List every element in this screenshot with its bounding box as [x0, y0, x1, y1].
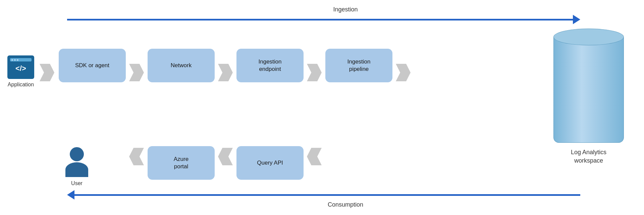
- arrow-app-to-sdk: [40, 64, 54, 81]
- consumption-label: Consumption: [228, 201, 463, 208]
- workspace-label: Log Analyticsworkspace: [571, 148, 606, 165]
- ingestion-pipeline-box: Ingestionpipeline: [325, 49, 392, 82]
- arrow-endpoint-to-pipeline: [307, 64, 322, 81]
- chevron-workspace-queryapi: [307, 148, 322, 165]
- app-icon-dot: [11, 59, 13, 61]
- chevron-pipeline-workspace: [396, 64, 411, 81]
- ingestion-arrow: [67, 16, 580, 23]
- user-container: User: [65, 147, 88, 186]
- query-api-box: Query API: [236, 146, 304, 180]
- sdk-agent-box: SDK or agent: [59, 49, 126, 82]
- application-label: Application: [8, 82, 34, 88]
- code-icon: </>: [15, 64, 26, 73]
- user-head: [70, 147, 84, 161]
- consumption-arrow-head: [67, 190, 74, 200]
- workspace-container: Log Analyticsworkspace: [553, 29, 624, 165]
- arrow-portal-to-user: [129, 148, 144, 165]
- arrow-queryapi-to-portal: [218, 148, 233, 165]
- arrow-pipeline-to-workspace: [396, 64, 411, 81]
- chevron-portal-user: [129, 148, 144, 165]
- azure-portal-box: Azureportal: [148, 146, 215, 180]
- chevron-sdk-network: [129, 64, 144, 81]
- arrow-workspace-to-queryapi: [307, 148, 322, 165]
- user-label: User: [71, 180, 83, 186]
- chevron-app-sdk: [40, 64, 54, 81]
- ingestion-arrow-line: [67, 19, 573, 20]
- ingestion-endpoint-box: Ingestionendpoint: [236, 49, 304, 82]
- app-icon-bar: [10, 58, 32, 61]
- application-container: </> Application: [7, 55, 34, 88]
- ingestion-label: Ingestion: [228, 6, 463, 13]
- cylinder-top: [553, 29, 624, 45]
- application-icon: </>: [7, 55, 34, 79]
- workspace-cylinder: [553, 29, 624, 143]
- network-box: Network: [148, 49, 215, 82]
- user-icon: [65, 147, 88, 177]
- consumption-arrow-line: [74, 194, 580, 196]
- cylinder-body: [553, 37, 624, 143]
- ingestion-arrow-head: [573, 15, 580, 24]
- arrow-network-to-endpoint: [218, 64, 233, 81]
- chevron-queryapi-portal: [218, 148, 233, 165]
- diagram-container: Ingestion Consumption </> Application SD…: [0, 0, 644, 215]
- arrow-sdk-to-network: [129, 64, 144, 81]
- app-icon-dot-2: [14, 59, 16, 61]
- user-body: [65, 162, 88, 177]
- consumption-arrow: [67, 191, 580, 198]
- chevron-network-endpoint: [218, 64, 233, 81]
- chevron-endpoint-pipeline: [307, 64, 322, 81]
- app-icon-dot-3: [17, 59, 18, 61]
